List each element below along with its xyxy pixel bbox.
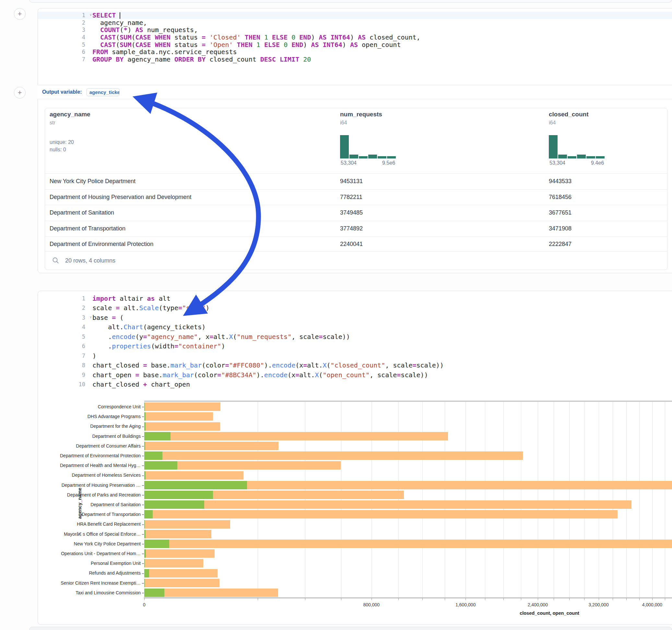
x-axis-label: 3,200,000 — [589, 602, 608, 607]
next-cell-edge — [29, 627, 672, 630]
x-tick — [305, 598, 305, 600]
table-cell: 9453131 — [340, 178, 363, 185]
column-header-agency_name[interactable]: agency_namestrunique: 20nulls: 0 — [50, 108, 166, 173]
line-number: 8 — [38, 362, 87, 368]
y-axis-label: New York City Police Department — [49, 541, 141, 547]
column-header-closed_count[interactable]: closed_counti6453,3049.4e6 — [549, 108, 666, 173]
y-axis-label: HRA Benefit Card Replacement — [49, 522, 141, 527]
histogram-max-label: 9.4e6 — [591, 160, 604, 166]
python-editor[interactable]: 1import altair as alt2scale = alt.Scale(… — [38, 294, 672, 389]
code-text: FROM sample_data.nyc.service_requests — [87, 48, 237, 56]
code-line[interactable]: 8chart_closed = base.mark_bar(color="#FF… — [38, 361, 672, 370]
gridline — [503, 402, 504, 598]
gridline — [584, 402, 584, 598]
line-number: 2 — [38, 20, 87, 26]
gridline — [445, 402, 445, 598]
code-line[interactable]: 1import altair as alt — [38, 294, 672, 303]
code-text: CAST(SUM(CASE WHEN status = 'Open' THEN … — [87, 41, 401, 49]
table-row[interactable]: New York City Police Department945313194… — [45, 173, 667, 189]
table-cell: 7782211 — [340, 194, 362, 201]
table-cell: 3774892 — [340, 225, 363, 232]
code-line[interactable]: 5 .encode(y="agency_name", x=alt.X("num_… — [38, 332, 672, 342]
y-axis-label: Department of Parks and Recreation — [49, 492, 141, 498]
y-axis-label: Department of Consumer Affairs — [49, 443, 141, 449]
histogram-bar — [340, 135, 349, 159]
code-text: CAST(SUM(CASE WHEN status = 'Closed' THE… — [87, 33, 421, 41]
x-tick — [569, 598, 570, 600]
x-axis-label: 1,600,000 — [455, 602, 476, 607]
y-axis-label: Department of Housing Preservation … — [49, 483, 141, 488]
histogram-min-label: 53,304 — [341, 160, 357, 166]
code-line[interactable]: 5 CAST(SUM(CASE WHEN status = 'Open' THE… — [38, 41, 672, 48]
fold-chevron-icon[interactable]: ∨ — [90, 13, 92, 17]
code-line[interactable]: 3∨base = ( — [38, 313, 672, 322]
y-axis-label: Department of Transportation — [49, 512, 141, 517]
table-row[interactable]: Department of Housing Preservation and D… — [45, 189, 667, 205]
code-line[interactable]: 3 COUNT(*) AS num_requests, — [38, 26, 672, 34]
table-cell: 3677651 — [549, 209, 572, 216]
code-text: import altair as alt — [87, 295, 170, 302]
column-stat: unique: 20 — [50, 139, 166, 145]
code-line[interactable]: 7GROUP BY agency_name ORDER BY closed_co… — [38, 56, 672, 63]
add-cell-button-output[interactable]: + — [14, 87, 26, 98]
y-axis-label: Department of Health and Mental Hyg… — [49, 463, 141, 468]
table-cell: 3471908 — [549, 225, 572, 232]
line-number: 10 — [38, 381, 87, 388]
x-tick — [599, 598, 599, 600]
search-icon[interactable] — [52, 257, 59, 264]
chart-y-axis-title: agency_name — [77, 482, 82, 524]
code-line[interactable]: 2scale = alt.Scale(type="sqrt") — [38, 303, 672, 313]
x-axis-label: 4,000,000 — [642, 602, 662, 607]
open_count-bar — [144, 510, 153, 518]
column-name: closed_count — [549, 111, 666, 118]
line-number: 5 — [38, 334, 87, 340]
code-text: agency_name, — [87, 19, 147, 27]
table-row[interactable]: Department of Sanitation37494853677651 — [45, 205, 667, 221]
code-text: .properties(width="container") — [87, 342, 225, 350]
row-count-status: 20 rows, 4 columns — [65, 257, 115, 264]
x-tick — [584, 598, 584, 600]
code-line[interactable]: 4 alt.Chart(agency_tickets) — [38, 322, 672, 332]
sql-editor[interactable]: 1∨SELECT 2 agency_name,3 COUNT(*) AS num… — [38, 12, 672, 63]
y-axis-label: Mayorâ€ s Office of Special Enforce… — [49, 532, 141, 537]
code-line[interactable]: 10chart_closed + chart_open — [38, 380, 672, 390]
gridline — [465, 402, 466, 598]
code-line[interactable]: 1∨SELECT — [38, 12, 672, 19]
output-variable-bar: Output variable: agency_tickets — [38, 85, 672, 99]
y-tick — [142, 495, 144, 495]
gridline — [371, 402, 372, 598]
closed_count-bar — [144, 432, 448, 440]
y-tick — [142, 554, 144, 554]
x-tick — [538, 598, 538, 600]
results-table: agency_namestrunique: 20nulls: 0num_requ… — [45, 108, 668, 270]
histogram-bar — [549, 135, 557, 159]
output-variable-pill[interactable]: agency_tickets — [87, 88, 120, 96]
output-variable-label: Output variable: — [42, 89, 82, 95]
code-line[interactable]: 9chart_open = base.mark_bar(color="#8BC3… — [38, 370, 672, 380]
histogram-bar — [586, 156, 595, 159]
code-line[interactable]: 2 agency_name, — [38, 19, 672, 27]
table-cell: Department of Transportation — [50, 225, 125, 232]
gridline — [521, 402, 521, 598]
code-line[interactable]: 6FROM sample_data.nyc.service_requests — [38, 48, 672, 56]
table-row[interactable]: Department of Transportation377489234719… — [45, 221, 667, 237]
closed_count-bar — [144, 412, 213, 421]
y-axis-label: Department of Sanitation — [49, 502, 141, 507]
fold-chevron-icon[interactable]: ∨ — [90, 315, 92, 319]
code-text: COUNT(*) AS num_requests, — [87, 26, 198, 34]
closed_count-bar — [144, 520, 230, 529]
x-tick — [341, 598, 341, 600]
line-number: 6 — [38, 343, 87, 349]
y-tick — [142, 427, 144, 427]
code-line[interactable]: 4 CAST(SUM(CASE WHEN status = 'Closed' T… — [38, 34, 672, 41]
code-line[interactable]: 6 .properties(width="container") — [38, 342, 672, 351]
code-line[interactable]: 7) — [38, 351, 672, 361]
add-cell-button-top[interactable]: + — [14, 8, 26, 20]
x-tick — [465, 598, 466, 600]
column-histogram — [340, 135, 396, 159]
y-tick — [142, 446, 144, 446]
table-row[interactable]: Department of Environmental Protection22… — [45, 236, 667, 252]
open_count-bar — [144, 559, 145, 567]
column-header-num_requests[interactable]: num_requestsi6453,3049.5e6 — [340, 108, 457, 173]
line-number: 1 — [38, 295, 87, 302]
